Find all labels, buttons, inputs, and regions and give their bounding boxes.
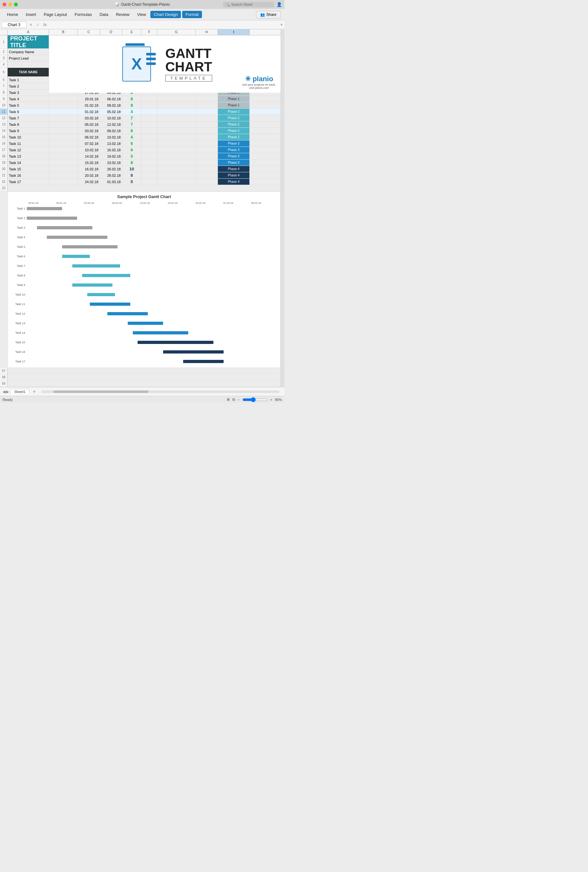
assigned-9[interactable] <box>49 128 78 134</box>
priority-13[interactable] <box>196 153 218 159</box>
desc-4[interactable] <box>158 96 196 102</box>
start-date-16[interactable]: 20.02.18 <box>78 172 100 178</box>
priority-6[interactable] <box>196 109 218 115</box>
task-name-14[interactable]: Task 14 <box>8 160 49 166</box>
phase-17[interactable]: Phase 4 <box>218 179 250 185</box>
desc-5[interactable] <box>158 102 196 108</box>
desc-15[interactable] <box>158 166 196 172</box>
phase-9[interactable]: Phase 2 <box>218 128 250 134</box>
pct-done-16[interactable] <box>141 172 158 178</box>
col-header-h[interactable]: H <box>196 29 218 35</box>
task-name-12[interactable]: Task 12 <box>8 147 49 153</box>
task-name-1[interactable]: Task 1 <box>8 77 49 83</box>
pct-done-5[interactable] <box>141 102 158 108</box>
col-header-i[interactable]: I <box>218 29 250 35</box>
due-date-4[interactable]: 06.02.18 <box>100 96 122 102</box>
task-name-9[interactable]: Task 9 <box>8 128 49 134</box>
priority-15[interactable] <box>196 166 218 172</box>
assigned-10[interactable] <box>49 134 78 140</box>
project-lead-cell[interactable]: Project Lead <box>8 55 49 61</box>
menu-format[interactable]: Format <box>182 11 202 18</box>
minimize-button[interactable] <box>8 3 12 6</box>
due-date-11[interactable]: 13.02.18 <box>100 141 122 147</box>
priority-8[interactable] <box>196 121 218 127</box>
task-name-15[interactable]: Task 15 <box>8 166 49 172</box>
desc-10[interactable] <box>158 134 196 140</box>
zoom-in-icon[interactable]: + <box>270 398 272 402</box>
duration-11[interactable]: 6 <box>122 141 141 147</box>
assigned-16[interactable] <box>49 172 78 178</box>
formula-input[interactable] <box>50 22 279 27</box>
pct-done-7[interactable] <box>141 115 158 121</box>
zoom-slider[interactable] <box>242 397 268 402</box>
start-date-5[interactable]: 01.02.18 <box>78 102 100 108</box>
assigned-4[interactable] <box>49 96 78 102</box>
scrollbar-thumb[interactable] <box>54 391 149 393</box>
check-icon[interactable]: ✕ <box>28 22 34 27</box>
due-date-6[interactable]: 05.02.18 <box>100 109 122 115</box>
start-date-17[interactable]: 24.02.18 <box>78 179 100 185</box>
pct-done-17[interactable] <box>141 179 158 185</box>
start-date-13[interactable]: 14.02.18 <box>78 153 100 159</box>
duration-17[interactable]: 5 <box>122 179 141 185</box>
layout-view-icon[interactable]: ⊟ <box>232 397 235 402</box>
desc-11[interactable] <box>158 141 196 147</box>
menu-home[interactable]: Home <box>4 11 21 18</box>
assigned-11[interactable] <box>49 141 78 147</box>
pct-done-15[interactable] <box>141 166 158 172</box>
start-date-14[interactable]: 15.02.18 <box>78 160 100 166</box>
sheet-nav-arrows[interactable]: ◀ ▶ <box>3 390 9 394</box>
phase-8[interactable]: Phase 2 <box>218 121 250 127</box>
priority-11[interactable] <box>196 141 218 147</box>
task-name-3[interactable]: Task 3 <box>8 90 49 96</box>
share-button[interactable]: 👥 Share <box>256 11 280 18</box>
desc-17[interactable] <box>158 179 196 185</box>
assigned-5[interactable] <box>49 102 78 108</box>
assigned-14[interactable] <box>49 160 78 166</box>
priority-17[interactable] <box>196 179 218 185</box>
due-date-12[interactable]: 16.02.18 <box>100 147 122 153</box>
col-header-f[interactable]: F <box>141 29 158 35</box>
due-date-10[interactable]: 10.02.18 <box>100 134 122 140</box>
zoom-out-icon[interactable]: − <box>238 398 240 402</box>
assigned-7[interactable] <box>49 115 78 121</box>
due-date-15[interactable]: 26.02.18 <box>100 166 122 172</box>
assigned-6[interactable] <box>49 109 78 115</box>
menu-page-layout[interactable]: Page Layout <box>40 11 70 18</box>
vertical-scrollbar[interactable] <box>280 29 285 387</box>
priority-12[interactable] <box>196 147 218 153</box>
priority-7[interactable] <box>196 115 218 121</box>
header-task-name[interactable]: TASK NAME <box>8 68 49 76</box>
duration-16[interactable]: 8 <box>122 172 141 178</box>
pct-done-14[interactable] <box>141 160 158 166</box>
task-name-2[interactable]: Task 2 <box>8 83 49 89</box>
start-date-6[interactable]: 01.02.18 <box>78 109 100 115</box>
start-date-12[interactable]: 10.02.18 <box>78 147 100 153</box>
phase-13[interactable]: Phase 3 <box>218 153 250 159</box>
priority-9[interactable] <box>196 128 218 134</box>
col-header-g[interactable]: G <box>158 29 196 35</box>
menu-chart-design[interactable]: Chart Design <box>150 11 181 18</box>
duration-12[interactable]: 6 <box>122 147 141 153</box>
task-name-17[interactable]: Task 17 <box>8 179 49 185</box>
assigned-8[interactable] <box>49 121 78 127</box>
priority-10[interactable] <box>196 134 218 140</box>
start-date-10[interactable]: 06.02.18 <box>78 134 100 140</box>
phase-16[interactable]: Phase 4 <box>218 172 250 178</box>
desc-12[interactable] <box>158 147 196 153</box>
start-date-11[interactable]: 07.02.18 <box>78 141 100 147</box>
start-date-7[interactable]: 03.02.18 <box>78 115 100 121</box>
window-controls[interactable] <box>3 3 18 6</box>
cell-a4[interactable] <box>8 61 49 67</box>
assigned-12[interactable] <box>49 147 78 153</box>
pct-done-11[interactable] <box>141 141 158 147</box>
col-header-d[interactable]: D <box>100 29 122 35</box>
duration-8[interactable]: 7 <box>122 121 141 127</box>
phase-14[interactable]: Phase 3 <box>218 160 250 166</box>
desc-13[interactable] <box>158 153 196 159</box>
project-title-cell[interactable]: PROJECT TITLE <box>8 35 49 48</box>
desc-16[interactable] <box>158 172 196 178</box>
close-button[interactable] <box>3 3 6 6</box>
task-name-7[interactable]: Task 7 <box>8 115 49 121</box>
priority-5[interactable] <box>196 102 218 108</box>
